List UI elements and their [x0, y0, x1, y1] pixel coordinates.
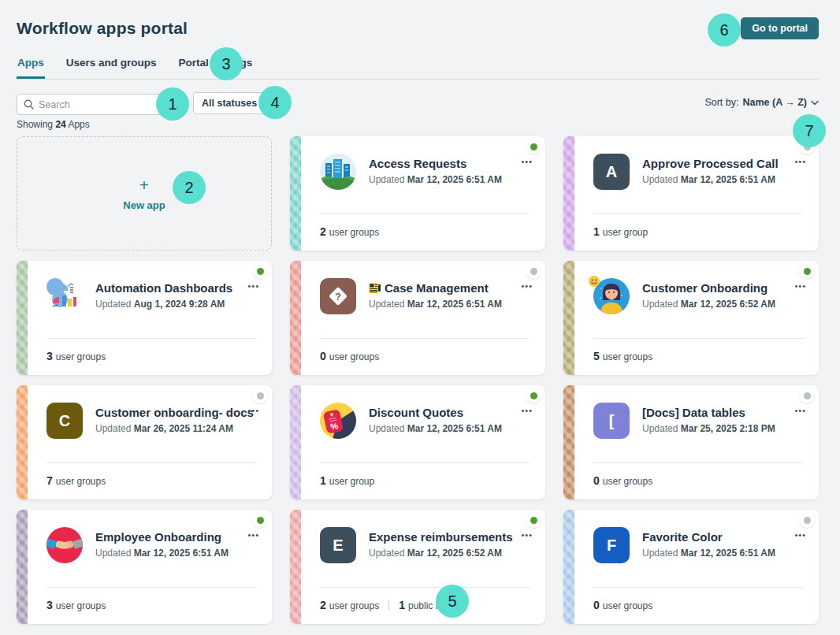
card-accent-stripe — [17, 385, 28, 499]
user-groups-stat: 2user groups — [320, 225, 379, 238]
callout-badge-3: 3 — [210, 47, 243, 80]
app-card-docs-data-tables[interactable]: ••• [ [Docs] Data tables Updated Mar 25,… — [563, 385, 819, 499]
status-dot — [530, 392, 537, 399]
divider — [46, 338, 256, 339]
letter-a-icon: A — [593, 154, 630, 190]
user-groups-stat: 1user group — [593, 225, 648, 238]
card-menu-button[interactable]: ••• — [794, 281, 806, 291]
divider — [46, 462, 256, 463]
divider — [46, 587, 256, 588]
search-input[interactable] — [39, 99, 156, 110]
card-menu-button[interactable]: ••• — [521, 406, 533, 415]
app-updated: Updated Mar 26, 2025 11:24 AM — [95, 423, 240, 434]
status-indicator — [799, 263, 815, 279]
search-input-wrap[interactable] — [17, 94, 163, 115]
status-dot — [257, 392, 264, 399]
card-accent-stripe — [563, 136, 574, 251]
customer-avatar-icon — [593, 278, 630, 314]
card-accent-stripe — [290, 136, 301, 251]
new-app-button[interactable]: + New app — [17, 136, 272, 251]
card-accent-stripe — [290, 385, 301, 499]
card-menu-button[interactable]: ••• — [247, 406, 259, 415]
go-to-portal-button[interactable]: Go to portal — [741, 17, 819, 39]
user-groups-stat: 0user groups — [593, 599, 652, 611]
status-indicator — [252, 388, 268, 403]
status-dot — [530, 268, 537, 275]
letter-f-icon: F — [593, 527, 630, 563]
app-card-employee-onboarding[interactable]: ••• Emp — [17, 510, 272, 624]
plus-icon: + — [139, 176, 149, 193]
status-dot — [530, 143, 537, 150]
chart-illustration-icon — [46, 278, 83, 314]
app-updated: Updated Mar 12, 2025 6:51 AM — [369, 174, 502, 185]
sort-by-dropdown[interactable]: Sort by: Name (A → Z) — [704, 97, 819, 108]
app-card-case-management[interactable]: ••• ? Case — [290, 261, 545, 375]
app-title: Employee Onboarding — [95, 530, 229, 544]
card-accent-stripe — [563, 261, 574, 375]
question-diamond-icon: ? — [320, 278, 356, 314]
page-title: Workflow apps portal — [17, 19, 188, 38]
card-accent-stripe — [17, 510, 28, 624]
card-menu-button[interactable]: ••• — [794, 406, 806, 415]
divider — [593, 338, 803, 339]
user-groups-stat: 3user groups — [46, 599, 106, 611]
card-accent-stripe — [290, 510, 301, 624]
card-menu-button[interactable]: ••• — [521, 281, 533, 291]
user-groups-stat: 0user groups — [320, 350, 379, 362]
apps-grid: + New app ••• — [17, 136, 819, 624]
status-indicator — [526, 263, 541, 279]
card-menu-button[interactable]: ••• — [247, 530, 259, 540]
svg-text:?: ? — [335, 291, 341, 303]
callout-badge-5: 5 — [436, 585, 469, 618]
tab-apps[interactable]: Apps — [17, 57, 45, 79]
status-indicator — [526, 512, 541, 528]
app-card-customer-onboarding-docs[interactable]: ••• C Customer onboarding- docs Updated … — [17, 385, 272, 499]
app-title: [Docs] Data tables — [642, 406, 775, 419]
callout-badge-1: 1 — [156, 87, 189, 121]
status-indicator — [252, 263, 268, 279]
tab-bar: Apps Users and groups Portal settings — [17, 57, 819, 80]
status-dot — [257, 517, 264, 524]
app-updated: Updated Mar 12, 2025 6:52 AM — [369, 548, 513, 559]
card-menu-button[interactable]: ••• — [521, 530, 533, 540]
app-card-automation-dashboards[interactable]: ••• — [17, 261, 272, 375]
letter-c-icon: C — [46, 403, 83, 439]
app-updated: Updated Mar 12, 2025 6:51 AM — [642, 548, 775, 559]
app-title: Customer onboarding- docs — [95, 406, 240, 419]
divider — [593, 214, 803, 214]
user-groups-stat: 3user groups — [46, 350, 106, 362]
app-card-expense-reimbursements[interactable]: ••• E Expense reimbursements Updated Mar… — [290, 510, 545, 624]
status-indicator — [526, 388, 541, 403]
sort-by-value: Name (A → Z) — [743, 97, 808, 108]
price-tag-icon: % — [320, 403, 356, 439]
card-menu-button[interactable]: ••• — [247, 281, 259, 291]
new-app-label: New app — [123, 199, 165, 211]
stat-divider — [388, 600, 389, 611]
app-card-access-requests[interactable]: ••• — [290, 136, 545, 251]
user-groups-stat: 5user groups — [593, 350, 652, 362]
app-card-discount-quotes[interactable]: ••• % — [290, 385, 545, 499]
app-title: Approve Processed Call — [642, 157, 779, 170]
card-menu-button[interactable]: ••• — [794, 157, 806, 166]
city-illustration-icon — [320, 154, 356, 190]
tab-users-and-groups[interactable]: Users and groups — [65, 57, 158, 79]
app-title: Customer Onboarding — [642, 281, 775, 295]
letter-e-icon: E — [320, 527, 356, 563]
app-title: Automation Dashboards — [95, 281, 232, 295]
status-dot — [530, 517, 537, 524]
app-card-favorite-color[interactable]: ••• F Favorite Color Updated Mar 12, 202… — [563, 510, 819, 624]
status-indicator — [252, 512, 268, 528]
app-title: Case Management — [369, 281, 502, 295]
app-updated: Updated Mar 25, 2025 2:18 PM — [642, 423, 775, 434]
card-menu-button[interactable]: ••• — [794, 530, 806, 540]
callout-badge-7: 7 — [793, 114, 826, 147]
card-menu-button[interactable]: ••• — [521, 157, 533, 166]
status-filter-label: All statuses — [202, 98, 257, 109]
status-dot — [804, 392, 811, 399]
card-accent-stripe — [290, 261, 301, 375]
status-dot — [257, 268, 264, 275]
handshake-icon — [46, 527, 83, 563]
app-card-approve-processed-call[interactable]: ••• A Approve Processed Call Updated Mar… — [563, 136, 819, 251]
app-card-customer-onboarding[interactable]: ••• — [563, 261, 819, 375]
app-updated: Updated Mar 12, 2025 6:51 AM — [642, 174, 779, 185]
